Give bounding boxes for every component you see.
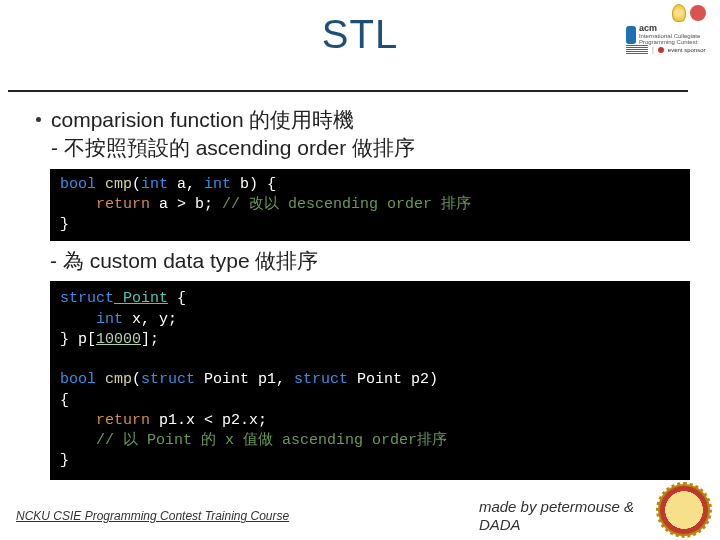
sponsor-text: event sponsor xyxy=(668,47,706,53)
code-token: int xyxy=(60,311,123,328)
gear-icon xyxy=(690,5,706,21)
code-token: return xyxy=(60,412,150,429)
slide-title: STL xyxy=(0,0,720,57)
acm-logo-block: acmInternational Collegiate Programming … xyxy=(626,24,706,45)
code-token: cmp xyxy=(96,176,132,193)
code-token: } xyxy=(60,452,69,469)
footer-left: NCKU CSIE Programming Contest Training C… xyxy=(16,509,289,523)
code-token: Point p1, xyxy=(195,371,294,388)
code-token: x, y; xyxy=(123,311,177,328)
code-token: Point p2) xyxy=(348,371,438,388)
code-token: ( xyxy=(132,176,141,193)
code-token: bool xyxy=(60,371,96,388)
code-token: int xyxy=(204,176,231,193)
header: STL acmInternational Collegiate Programm… xyxy=(0,0,720,90)
code-token: { xyxy=(168,290,186,307)
red-dot-icon xyxy=(658,47,664,53)
code-block-2: struct Point { int x, y; } p[10000]; boo… xyxy=(50,281,690,479)
code-token: struct xyxy=(141,371,195,388)
code-token: 10000 xyxy=(96,331,141,348)
code-token: { xyxy=(60,392,69,409)
acm-sub: International Collegiate Programming Con… xyxy=(639,33,700,45)
code-token: Point xyxy=(114,290,168,307)
code-token: int xyxy=(141,176,168,193)
footer-right-2: DADA xyxy=(479,516,521,533)
bullet-1-text: comparision function 的使用時機 xyxy=(51,106,415,134)
bullet-1: comparision function 的使用時機 - 不按照預設的 asce… xyxy=(30,106,690,163)
code-token: // 改以 descending order 排序 xyxy=(222,196,471,213)
code-token: } xyxy=(60,216,69,233)
code-token: struct xyxy=(60,290,114,307)
footer-right-1: made by petermouse & xyxy=(479,498,634,515)
ibm-row: | event sponsor xyxy=(626,45,706,54)
code-token: a, xyxy=(168,176,204,193)
bullet-2-text: - 為 custom data type 做排序 xyxy=(50,247,690,275)
bullet-dot-icon xyxy=(36,117,41,122)
code-token: a > b; xyxy=(150,196,222,213)
university-seal-icon xyxy=(658,484,710,536)
acm-label: acm xyxy=(639,24,706,33)
code-token: bool xyxy=(60,176,96,193)
content: comparision function 的使用時機 - 不按照預設的 asce… xyxy=(0,92,720,480)
footer: NCKU CSIE Programming Contest Training C… xyxy=(0,498,720,534)
acm-text: acmInternational Collegiate Programming … xyxy=(639,24,706,45)
code-block-1: bool cmp(int a, int b) { return a > b; /… xyxy=(50,169,690,242)
footer-right: made by petermouse & DADA xyxy=(479,498,634,534)
code-token: return xyxy=(60,196,150,213)
code-token: ]; xyxy=(141,331,159,348)
slide: STL acmInternational Collegiate Programm… xyxy=(0,0,720,540)
ibm-icon xyxy=(626,45,648,54)
acm-icon xyxy=(626,26,636,44)
bullet-1-sub: - 不按照預設的 ascending order 做排序 xyxy=(51,134,415,162)
code-token: p1.x < p2.x; xyxy=(150,412,267,429)
logo-cluster: acmInternational Collegiate Programming … xyxy=(626,4,706,82)
code-token: ( xyxy=(132,371,141,388)
code-token: } p[ xyxy=(60,331,96,348)
lightbulb-icon xyxy=(672,4,686,22)
code-token: // 以 Point 的 x 值做 ascending order排序 xyxy=(60,432,447,449)
code-token: cmp xyxy=(96,371,132,388)
code-token: struct xyxy=(294,371,348,388)
code-token: b) { xyxy=(231,176,276,193)
